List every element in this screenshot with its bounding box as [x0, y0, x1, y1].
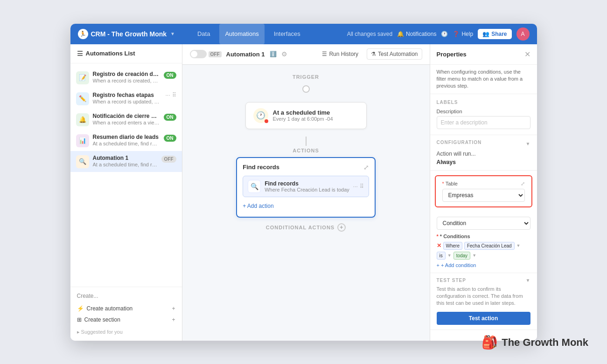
trigger-connector [302, 85, 310, 93]
action-will-run-label: Action will run... [437, 151, 530, 157]
auto-desc: When a record enters a view, send a Slac… [93, 120, 160, 125]
expand-icon[interactable]: ⤢ [363, 164, 369, 171]
connector [192, 137, 420, 146]
toggle-button[interactable]: OFF [190, 50, 222, 58]
description-input[interactable] [437, 116, 530, 129]
save-status: All changes saved [347, 31, 392, 37]
trigger-card[interactable]: 🕐 At a scheduled time Every 1 day at 6:0… [245, 102, 367, 129]
field-chevron-icon: ▼ [516, 243, 521, 248]
test-action-button[interactable]: Test action [437, 312, 530, 325]
auto-desc: At a scheduled time, find records, and 1… [93, 141, 160, 146]
avatar[interactable]: A [516, 27, 530, 41]
top-nav: 🏃 CRM - The Growth Monk ▼ Data Automatio… [70, 24, 537, 44]
find-item-desc: Where Fecha Creación Lead is today [265, 187, 349, 192]
more-icon[interactable]: ··· [353, 183, 358, 190]
config-chevron-icon[interactable]: ▼ [526, 141, 530, 146]
toggle-state-label: OFF [209, 51, 222, 57]
list-item[interactable]: 📊 Resumen diario de leads At a scheduled… [70, 130, 182, 151]
trigger-status-dot [265, 119, 268, 123]
settings-icon[interactable]: ⚙ [281, 50, 287, 58]
create-automation-button[interactable]: ⚡ Create automation + [77, 303, 175, 314]
condition-type-select[interactable]: Condition [437, 217, 530, 230]
find-item-name: Find records [265, 180, 349, 187]
app-logo: 🏃 CRM - The Growth Monk ▼ [78, 29, 175, 39]
find-icon: 🔍 [248, 180, 261, 193]
remove-condition-button[interactable]: ✕ [437, 242, 441, 249]
list-item[interactable]: ✏️ Registro fechas etapas When a record … [70, 88, 182, 109]
condition-value[interactable]: today [454, 252, 470, 260]
auto-icon: 📊 [76, 134, 89, 147]
condition-where[interactable]: Where [443, 242, 462, 250]
auto-info: Registro de creación del registro When a… [93, 71, 160, 83]
toggle-switch[interactable] [190, 50, 207, 58]
labels-section-header: LABELS [437, 100, 530, 105]
share-button[interactable]: 👥 Share [478, 29, 511, 39]
test-automation-button[interactable]: ⚗ Test Automation [367, 48, 422, 60]
configuration-section: CONFIGURATION ▼ Action will run... Alway… [430, 135, 537, 171]
find-records-item[interactable]: 🔍 Find records Where Fecha Creación Lead… [243, 176, 369, 197]
find-item-info: Find records Where Fecha Creación Lead i… [265, 180, 349, 192]
value-chevron-icon: ▼ [472, 253, 476, 258]
canvas-area: OFF Automation 1 ℹ️ ⚙ ☰ Run History ⚗ Te… [182, 44, 430, 341]
auto-icon: ✏️ [76, 92, 89, 105]
find-records-card[interactable]: Find records ⤢ 🔍 Find records Where Fech… [236, 157, 376, 218]
find-item-actions[interactable]: ··· ⠿ [353, 183, 364, 190]
help-btn[interactable]: ❓ Help [453, 31, 473, 37]
find-records-title: Find records [243, 164, 279, 171]
add-action-button[interactable]: + Add action [243, 201, 369, 211]
nav-tab-interfaces[interactable]: Interfaces [268, 24, 306, 44]
app-title: CRM - The Growth Monk [91, 30, 167, 38]
configuration-label: CONFIGURATION [437, 140, 482, 145]
card-actions[interactable]: ⤢ [363, 164, 369, 171]
status-badge: ON [164, 114, 176, 121]
test-icon: ⚗ [371, 51, 376, 57]
condition-row: ✕ Where Fecha Creación Lead ▼ is ▼ today… [437, 242, 530, 260]
item-actions[interactable]: ··· ⠿ [165, 92, 176, 98]
plus-icon: + [172, 316, 175, 323]
auto-info: Notificación de cierre de contrato When … [93, 113, 160, 125]
table-select[interactable]: Empresas [442, 189, 525, 202]
canvas-toolbar: OFF Automation 1 ℹ️ ⚙ ☰ Run History ⚗ Te… [182, 44, 430, 65]
brand-name: The Growth Monk [502, 337, 588, 349]
list-icon: ☰ [322, 51, 327, 57]
info-icon[interactable]: ℹ️ [270, 51, 277, 57]
history-btn[interactable]: 🕐 [441, 31, 448, 37]
test-step-chevron-icon[interactable]: ▼ [526, 278, 530, 283]
add-conditional-button[interactable]: + [337, 223, 346, 232]
automation-list: 📝 Registro de creación del registro When… [70, 63, 182, 287]
list-item[interactable]: 📝 Registro de creación del registro When… [70, 67, 182, 88]
list-item-active[interactable]: 🔍 Automation 1 At a scheduled time, find… [70, 151, 182, 172]
menu-icon: ☰ [77, 50, 83, 57]
run-history-button[interactable]: ☰ Run History [318, 49, 362, 59]
trigger-card-wrapper[interactable]: 🕐 At a scheduled time Every 1 day at 6:0… [192, 102, 420, 129]
properties-panel: Properties ✕ When configuring conditions… [430, 44, 537, 341]
app-chevron-icon[interactable]: ▼ [170, 31, 175, 36]
nav-right: All changes saved 🔔 Notifications 🕐 ❓ He… [347, 27, 530, 41]
trigger-node [192, 85, 420, 95]
trigger-info: At a scheduled time Every 1 day at 6:00p… [273, 109, 333, 122]
find-records-header: Find records ⤢ [243, 164, 369, 171]
create-section-button[interactable]: ⊞ Create section + [77, 314, 175, 325]
table-expand-icon[interactable]: ⤢ [521, 181, 525, 187]
nav-tab-automations[interactable]: Automations [219, 24, 264, 44]
conditions-label: * * Conditions [437, 234, 530, 239]
conditional-actions-label: CONDITIONAL ACTIONS + [192, 223, 420, 232]
auto-icon: 🔔 [76, 113, 89, 126]
plus-icon: + [172, 305, 175, 312]
suggested-label[interactable]: ▸ Suggested for you [77, 325, 175, 335]
notifications-btn[interactable]: 🔔 Notifications [397, 31, 436, 37]
condition-operator[interactable]: is [437, 252, 446, 260]
list-item[interactable]: 🔔 Notificación de cierre de contrato Whe… [70, 109, 182, 130]
brand-icon: 🎒 [481, 335, 498, 350]
status-badge: ON [164, 72, 176, 79]
auto-name: Notificación de cierre de contrato [93, 113, 160, 119]
condition-field[interactable]: Fecha Creación Lead [464, 242, 515, 250]
add-condition-button[interactable]: + + Add condition [437, 262, 530, 268]
drag-icon[interactable]: ⠿ [360, 183, 364, 190]
panel-top-note: When configuring conditions, use the fil… [430, 65, 537, 94]
auto-icon: 🔍 [76, 155, 89, 168]
close-icon[interactable]: ✕ [524, 50, 530, 59]
nav-tab-data[interactable]: Data [192, 24, 216, 44]
auto-info: Automation 1 At a scheduled time, find r… [93, 155, 158, 167]
test-step-header: TEST STEP ▼ [437, 278, 530, 283]
